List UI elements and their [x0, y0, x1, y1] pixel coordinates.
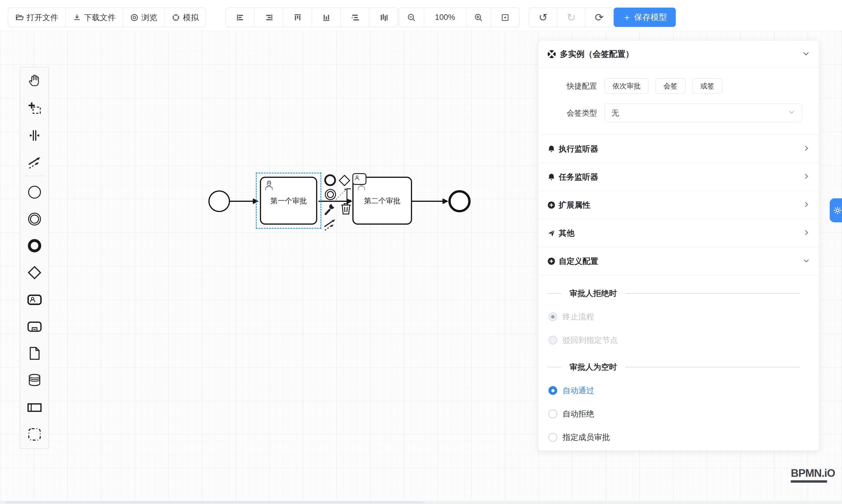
palette-connect-tool[interactable]: [20, 155, 49, 169]
sign-type-select[interactable]: 无: [604, 104, 802, 122]
align-center-vertical-button[interactable]: [369, 8, 398, 27]
row-task-listener[interactable]: 任务监听器: [539, 163, 819, 191]
simulate-label: 模拟: [183, 12, 199, 23]
download-icon: [73, 13, 81, 22]
data-object-icon: [27, 346, 42, 361]
gear-icon: [832, 205, 842, 215]
section-approver-reject: 审批人拒绝时: [547, 288, 810, 299]
zoom-button-group: 100%: [399, 7, 520, 27]
radio-return-to-node[interactable]: 驳回到指定节点: [548, 335, 819, 345]
bell-icon: [547, 173, 556, 181]
quick-option-countersign[interactable]: 会签: [655, 78, 685, 94]
palette-lasso-tool[interactable]: [20, 101, 49, 116]
align-center-horizontal-button[interactable]: [341, 8, 369, 27]
palette-group[interactable]: [20, 427, 49, 442]
fit-viewport-button[interactable]: [491, 8, 519, 27]
align-left-button[interactable]: [226, 8, 255, 27]
quick-option-sequential[interactable]: 依次审批: [604, 78, 649, 94]
align-top-button[interactable]: [283, 8, 312, 27]
user-task-icon: [352, 173, 366, 185]
zoom-out-icon: [407, 13, 416, 22]
append-gateway-button[interactable]: [338, 174, 351, 188]
quick-option-orsign[interactable]: 或签: [692, 78, 722, 94]
align-center-vertical-icon: [379, 13, 388, 22]
align-top-icon: [293, 13, 302, 22]
radio-icon: [548, 386, 557, 395]
preview-button[interactable]: 浏览: [123, 8, 164, 27]
palette-start-event[interactable]: [20, 185, 49, 199]
sign-type-value: 无: [611, 108, 619, 118]
zoom-in-button[interactable]: [466, 8, 491, 27]
radio-label: 指定成员审批: [562, 432, 610, 443]
row-execution-listener[interactable]: 执行监听器: [539, 135, 819, 163]
download-file-button[interactable]: 下载文件: [66, 8, 123, 27]
gateway-icon: [27, 265, 42, 280]
intermediate-event-icon: [27, 212, 42, 227]
palette-intermediate-event[interactable]: [20, 212, 49, 227]
plus-circle-icon: [547, 201, 556, 209]
properties-panel: 多实例（会签配置） 快捷配置 依次审批 会签 或签 会签类型 无 执行监听器 任…: [538, 40, 819, 451]
change-type-button[interactable]: [323, 203, 336, 217]
save-model-button[interactable]: ＋ 保存模型: [614, 7, 676, 27]
zoom-out-button[interactable]: [399, 8, 424, 27]
radio-designated-member[interactable]: 指定成员审批: [548, 432, 819, 443]
quick-config-label: 快捷配置: [539, 81, 597, 91]
start-event-shape[interactable]: [208, 191, 230, 212]
align-center-horizontal-icon: [350, 13, 360, 22]
zoom-level[interactable]: 100%: [424, 8, 466, 27]
end-event-icon: [324, 174, 336, 186]
append-user-task-button[interactable]: [352, 173, 366, 185]
palette-data-object[interactable]: [20, 346, 49, 361]
open-file-button[interactable]: 打开文件: [8, 8, 66, 27]
palette-gateway[interactable]: [20, 265, 49, 280]
settings-tab[interactable]: [830, 198, 842, 222]
chevron-down-icon[interactable]: [802, 50, 810, 59]
row-label: 任务监听器: [559, 172, 598, 182]
row-label: 其他: [559, 228, 575, 238]
horizontal-scrollbar[interactable]: [0, 501, 842, 504]
palette-end-event[interactable]: [20, 238, 49, 253]
radio-terminate-process[interactable]: 终止流程: [548, 311, 819, 322]
undo-button[interactable]: ↺: [529, 8, 557, 27]
radio-auto-pass[interactable]: 自动通过: [548, 385, 819, 396]
space-tool-icon: [27, 128, 42, 143]
row-other[interactable]: 其他: [539, 219, 819, 247]
chevron-right-icon: [803, 144, 810, 153]
end-event-shape[interactable]: [449, 190, 471, 212]
align-bottom-button[interactable]: [312, 8, 341, 27]
open-file-label: 打开文件: [27, 12, 58, 23]
task-first-approval[interactable]: 第一个审批: [260, 177, 317, 224]
radio-icon: [548, 410, 557, 418]
panel-title: 多实例（会签配置）: [560, 49, 634, 60]
folder-open-icon: [15, 13, 24, 22]
align-button-group: [226, 7, 398, 27]
palette-user-task[interactable]: [20, 292, 49, 307]
connect-tool-icon: [27, 155, 42, 170]
radio-icon: [548, 433, 557, 442]
palette-space-tool[interactable]: [20, 128, 49, 143]
logo-underline: [791, 480, 827, 483]
row-custom-config[interactable]: 自定义配置: [539, 247, 819, 275]
trash-icon: [340, 202, 352, 215]
panel-header[interactable]: 多实例（会签配置）: [539, 41, 819, 68]
palette-participant[interactable]: [20, 400, 49, 415]
align-right-button[interactable]: [255, 8, 283, 27]
file-button-group: 打开文件 下载文件 浏览 模拟: [8, 7, 206, 27]
radio-auto-reject[interactable]: 自动拒绝: [548, 409, 819, 419]
delete-button[interactable]: [340, 202, 352, 216]
palette-hand-tool[interactable]: [20, 73, 49, 88]
radio-label: 自动拒绝: [562, 409, 594, 419]
row-label: 自定义配置: [559, 256, 598, 267]
redo-button[interactable]: ↻: [557, 8, 585, 27]
palette-subprocess[interactable]: [20, 319, 49, 334]
append-end-event-button[interactable]: [324, 174, 336, 186]
sign-type-row: 会签类型 无: [539, 104, 810, 122]
simulate-button[interactable]: 模拟: [164, 8, 206, 27]
connect-tool-button[interactable]: [323, 217, 337, 232]
row-extended-properties[interactable]: 扩展属性: [539, 191, 819, 219]
reset-button[interactable]: ⟳: [585, 8, 613, 27]
scrollbar-thumb[interactable]: [5, 501, 424, 503]
sequence-flow-3[interactable]: [412, 201, 444, 202]
context-pad: [323, 173, 373, 232]
palette-data-store[interactable]: [20, 373, 49, 387]
